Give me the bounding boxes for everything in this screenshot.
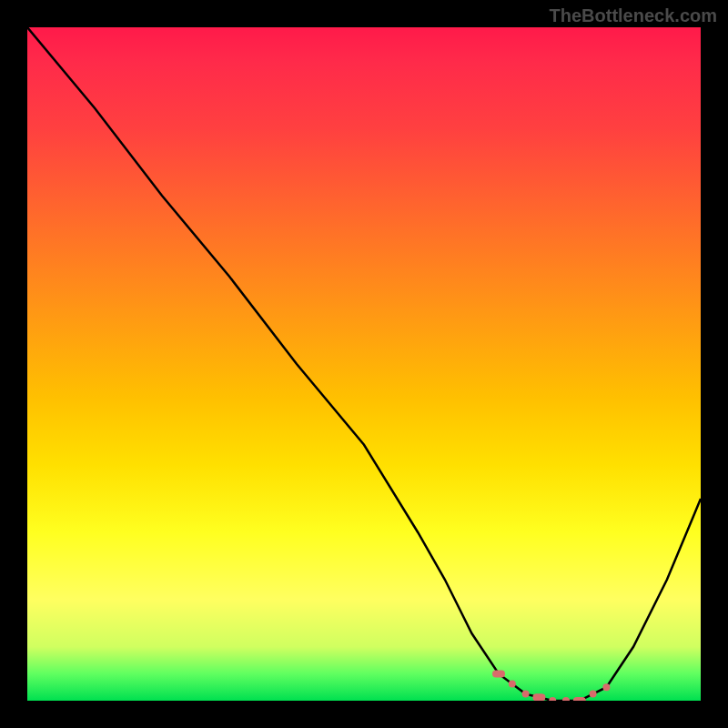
optimal-marker: [590, 691, 597, 698]
optimal-marker: [532, 693, 545, 701]
optimal-marker: [602, 683, 610, 691]
plot-area: [27, 27, 701, 701]
optimal-marker: [573, 697, 586, 701]
optimal-marker: [562, 697, 570, 701]
bottleneck-curve: [27, 27, 701, 701]
watermark-text: TheBottleneck.com: [550, 5, 717, 26]
optimal-marker: [492, 670, 505, 677]
optimal-markers: [492, 670, 610, 701]
chart-svg: [27, 27, 701, 701]
optimal-marker: [522, 691, 530, 698]
optimal-marker: [509, 681, 516, 688]
optimal-marker: [549, 697, 556, 701]
